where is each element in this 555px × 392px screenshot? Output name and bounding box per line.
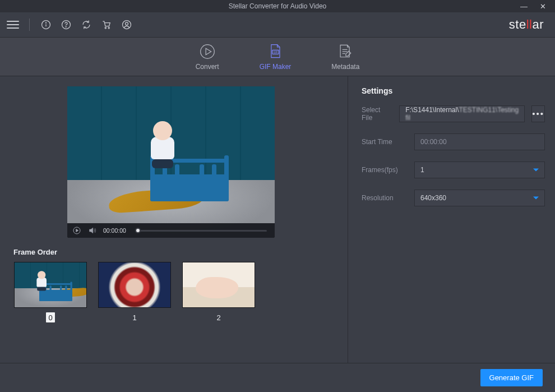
menu-button[interactable] bbox=[7, 19, 19, 31]
settings-pane: Settings Select File F:\S1441\Internal\T… bbox=[348, 76, 555, 363]
svg-point-6 bbox=[108, 27, 109, 29]
metadata-icon bbox=[335, 43, 355, 61]
svg-point-9 bbox=[200, 45, 214, 59]
frame-thumbnail-0[interactable] bbox=[14, 262, 87, 308]
close-button[interactable]: ✕ bbox=[540, 2, 546, 11]
svg-marker-10 bbox=[206, 48, 211, 54]
setting-frames-fps: Frames(fps) 1 bbox=[362, 162, 545, 178]
frame-item: 0 bbox=[13, 262, 87, 322]
svg-point-7 bbox=[123, 21, 131, 29]
svg-point-2 bbox=[46, 22, 47, 23]
gif-file-icon: GIF bbox=[265, 43, 285, 61]
resolution-label: Resolution bbox=[362, 194, 408, 202]
tab-convert-label: Convert bbox=[196, 63, 219, 71]
chevron-down-icon bbox=[533, 197, 539, 200]
brand-part1: ste bbox=[509, 17, 526, 31]
main-area: 00:00:00 Frame Order 0 1 2 bbox=[0, 76, 555, 363]
window-title: Stellar Converter for Audio Video bbox=[0, 2, 555, 10]
frame-thumbnail-2[interactable] bbox=[182, 262, 255, 308]
resolution-value: 640x360 bbox=[420, 194, 446, 202]
tab-metadata[interactable]: Metadata bbox=[331, 43, 359, 71]
svg-point-8 bbox=[126, 22, 128, 25]
resolution-select[interactable]: 640x360 bbox=[414, 190, 545, 206]
video-preview[interactable]: 00:00:00 bbox=[67, 86, 275, 238]
setting-resolution: Resolution 640x360 bbox=[362, 190, 545, 206]
minimize-button[interactable]: — bbox=[520, 2, 528, 11]
help-icon[interactable] bbox=[60, 19, 72, 31]
left-pane: 00:00:00 Frame Order 0 1 2 bbox=[0, 76, 348, 363]
select-file-label: Select File bbox=[362, 106, 392, 122]
brand-part2: ll bbox=[526, 17, 533, 31]
brand-part3: ar bbox=[532, 17, 544, 31]
tab-metadata-label: Metadata bbox=[331, 63, 359, 71]
bottom-bar: Generate GIF bbox=[0, 363, 555, 392]
progress-slider[interactable] bbox=[135, 230, 267, 232]
top-toolbar: stellar bbox=[0, 12, 555, 37]
select-file-value: F:\S1441\Internal\TESTING11\Testing fil bbox=[405, 106, 519, 122]
user-icon[interactable] bbox=[121, 19, 133, 31]
play-circle-icon bbox=[197, 43, 218, 61]
generate-gif-button[interactable]: Generate GIF bbox=[480, 369, 543, 386]
frames-fps-select[interactable]: 1 bbox=[414, 162, 545, 178]
svg-marker-17 bbox=[76, 229, 78, 232]
frames-fps-value: 1 bbox=[420, 166, 424, 174]
frames-row: 0 1 2 bbox=[13, 262, 348, 322]
browse-button[interactable]: ••• bbox=[531, 105, 545, 122]
frame-order-label: Frame Order bbox=[13, 248, 348, 256]
start-time-field[interactable]: 00:00:00 bbox=[414, 133, 545, 150]
frame-index[interactable]: 1 bbox=[130, 312, 139, 322]
frame-item: 2 bbox=[182, 262, 256, 322]
select-file-field[interactable]: F:\S1441\Internal\TESTING11\Testing fil bbox=[399, 105, 525, 122]
settings-title: Settings bbox=[362, 86, 545, 95]
tab-convert[interactable]: Convert bbox=[196, 43, 219, 71]
refresh-icon[interactable] bbox=[80, 19, 92, 31]
svg-point-4 bbox=[66, 26, 66, 27]
volume-button[interactable] bbox=[87, 225, 98, 236]
title-bar: Stellar Converter for Audio Video — ✕ bbox=[0, 0, 555, 12]
chevron-down-icon bbox=[533, 169, 539, 172]
frame-item: 1 bbox=[98, 262, 172, 322]
start-time-label: Start Time bbox=[362, 138, 408, 146]
setting-start-time: Start Time 00:00:00 bbox=[362, 133, 545, 150]
frames-fps-label: Frames(fps) bbox=[362, 166, 408, 174]
ribbon-tabs: Convert GIF GIF Maker Metadata bbox=[0, 37, 555, 76]
start-time-value: 00:00:00 bbox=[420, 138, 447, 146]
toolbar-separator bbox=[29, 19, 30, 31]
svg-point-5 bbox=[105, 27, 106, 29]
svg-marker-18 bbox=[90, 228, 93, 233]
info-icon[interactable] bbox=[40, 19, 52, 31]
player-time: 00:00:00 bbox=[103, 227, 126, 234]
tab-gif-maker-label: GIF Maker bbox=[260, 63, 292, 71]
brand-logo: stellar bbox=[509, 17, 548, 32]
frame-index[interactable]: 0 bbox=[46, 312, 55, 322]
frame-thumbnail-1[interactable] bbox=[98, 262, 171, 308]
play-button[interactable] bbox=[72, 225, 82, 236]
frame-index[interactable]: 2 bbox=[214, 312, 223, 322]
tab-gif-maker[interactable]: GIF GIF Maker bbox=[260, 43, 292, 71]
cart-icon[interactable] bbox=[100, 19, 113, 31]
player-bar: 00:00:00 bbox=[67, 223, 275, 238]
setting-select-file: Select File F:\S1441\Internal\TESTING11\… bbox=[362, 105, 545, 122]
svg-text:GIF: GIF bbox=[273, 51, 278, 54]
